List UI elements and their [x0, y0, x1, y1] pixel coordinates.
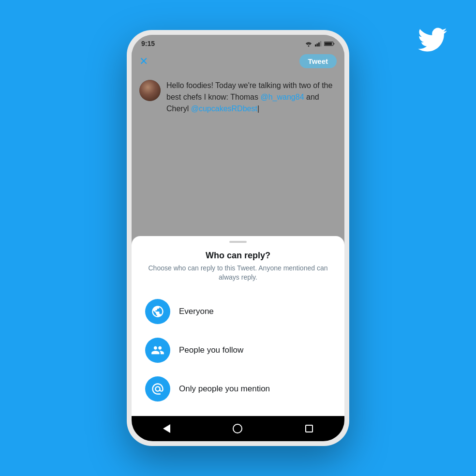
reply-option-following[interactable]: People you follow	[132, 331, 344, 370]
svg-rect-1	[315, 44, 316, 46]
back-button[interactable]	[163, 424, 170, 433]
status-bar: 9:15	[132, 35, 344, 50]
twitter-logo	[418, 25, 447, 60]
svg-rect-3	[318, 42, 320, 46]
following-label: People you follow	[179, 345, 243, 355]
svg-rect-4	[320, 41, 322, 46]
home-button[interactable]	[233, 424, 242, 433]
reply-option-mention[interactable]: Only people you mention	[132, 370, 344, 408]
mention-1: @h_wang84	[260, 93, 304, 101]
sheet-title: Who can reply?	[132, 251, 344, 261]
svg-rect-7	[334, 43, 335, 44]
wifi-icon	[305, 41, 312, 47]
android-nav-bar	[132, 416, 344, 441]
avatar-image	[139, 80, 161, 101]
sheet-subtitle: Choose who can reply to this Tweet. Anyo…	[132, 264, 344, 283]
everyone-label: Everyone	[179, 307, 214, 316]
mention-2: @cupcakesRDbest	[191, 104, 257, 113]
phone-frame: 9:15	[127, 30, 349, 446]
tweet-text-area[interactable]: Hello foodies! Today we're talking with …	[166, 80, 337, 226]
signal-icon	[315, 41, 322, 47]
compose-header: ✕ Tweet	[132, 50, 344, 74]
sheet-handle	[229, 241, 247, 243]
svg-rect-2	[317, 43, 318, 46]
cursor: |	[257, 104, 259, 113]
following-icon-circle	[145, 338, 170, 363]
avatar	[139, 80, 161, 101]
battery-icon	[324, 41, 335, 47]
people-icon	[151, 343, 164, 357]
mention-icon-circle	[145, 376, 170, 402]
close-button[interactable]: ✕	[139, 55, 148, 68]
phone-screen: 9:15	[132, 35, 344, 441]
at-icon	[151, 382, 164, 396]
bottom-sheet: Who can reply? Choose who can reply to t…	[132, 236, 344, 416]
compose-area: Hello foodies! Today we're talking with …	[132, 74, 344, 236]
globe-icon	[151, 305, 164, 318]
svg-point-0	[308, 45, 310, 46]
reply-option-everyone[interactable]: Everyone	[132, 292, 344, 331]
recents-button[interactable]	[305, 425, 313, 432]
mention-label: Only people you mention	[179, 384, 270, 394]
status-icons	[305, 41, 335, 47]
status-time: 9:15	[141, 40, 155, 47]
svg-rect-6	[325, 42, 332, 45]
tweet-button[interactable]: Tweet	[299, 54, 337, 68]
everyone-icon-circle	[145, 299, 170, 324]
